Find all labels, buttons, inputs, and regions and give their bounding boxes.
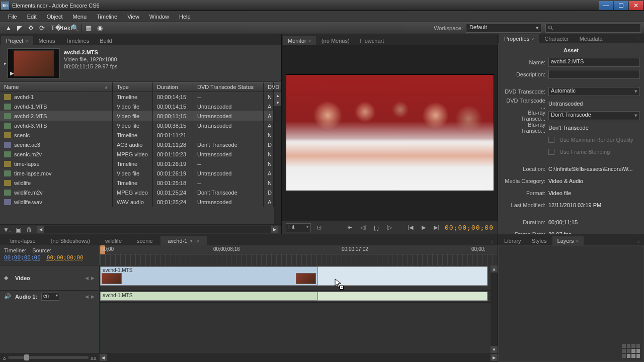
menu-edit[interactable]: Edit [22, 12, 42, 21]
tab-build[interactable]: Build [95, 36, 117, 45]
tab-layers[interactable]: Layers× [552, 236, 584, 245]
video-clip[interactable]: avchd-1.MTS [100, 266, 317, 286]
step-back-icon[interactable]: ⇤ [345, 223, 355, 232]
menu-view[interactable]: View [122, 12, 144, 21]
frame-fwd-icon[interactable]: |▷ [384, 223, 394, 232]
menu-object[interactable]: Object [42, 12, 68, 21]
tltab-time-lapse[interactable]: time-lapse [3, 236, 43, 245]
track-nav-icon[interactable]: ◀ ▶ [85, 294, 95, 299]
col-dvd-status[interactable]: DVD Transcode Status [193, 82, 264, 92]
maximize-button[interactable]: ☐ [614, 1, 628, 10]
col-name[interactable]: Name▲ [0, 82, 113, 92]
asset-thumbnail[interactable]: ▶ [8, 48, 60, 78]
hscroll-track[interactable] [107, 354, 491, 361]
table-row[interactable]: avchd-2.MTSVideo file00;00;11;15Untransc… [0, 111, 281, 121]
tab-flowchart[interactable]: Flowchart [355, 36, 389, 45]
direct-select-tool-icon[interactable]: ◤ [14, 23, 25, 33]
table-row[interactable]: time-lapse.movVideo file00:01:26:19Untra… [0, 168, 281, 178]
hscroll-left-icon[interactable]: ◀ [37, 226, 44, 233]
tab-menus[interactable]: Menus [34, 36, 60, 45]
tab-metadata[interactable]: Metadata [575, 34, 608, 43]
prop-name-input[interactable]: avchd-2.MTS [548, 58, 640, 67]
hscroll-track[interactable] [44, 226, 271, 233]
menu-timeline[interactable]: Timeline [92, 12, 122, 21]
track-nav-icon[interactable]: ◀ ▶ [85, 276, 95, 281]
table-row[interactable]: scenic.ac3AC3 audio00;01;11;28Don't Tran… [0, 140, 281, 149]
prev-button[interactable]: |◀ [406, 223, 416, 232]
eye-icon[interactable]: ◆ [4, 275, 11, 282]
hscroll-right-icon[interactable]: ▶ [491, 354, 498, 361]
video-clip-empty[interactable] [317, 266, 488, 286]
scroll-down-icon[interactable]: ▼ [274, 99, 281, 106]
table-row[interactable]: avchd-1.MTSVideo file00;00;14;15Untransc… [0, 102, 281, 111]
play-icon[interactable]: ▶ [10, 70, 14, 76]
monitor-timecode[interactable]: 00;00;00;00 [445, 224, 494, 231]
tab-library[interactable]: Library [499, 236, 526, 245]
zoom-out-icon[interactable]: ▵ [3, 354, 6, 361]
tltab-avchd-1[interactable]: avchd-1▾× [160, 236, 206, 245]
speaker-icon[interactable]: 🔊 [4, 293, 11, 300]
audio-lang-dropdown[interactable]: en [41, 293, 59, 301]
frame-back-icon[interactable]: ◁| [358, 223, 368, 232]
panel-menu-icon[interactable]: ≡ [487, 236, 498, 245]
tltab-no-slideshows[interactable]: (no Slideshows) [44, 236, 97, 245]
expand-icon[interactable]: ▸ [4, 61, 7, 66]
prop-desc-input[interactable] [548, 70, 640, 79]
workspace-dropdown[interactable]: Default [466, 24, 541, 33]
table-row[interactable]: wildlife.m2vMPEG video00;01;25;24Don't T… [0, 188, 281, 197]
preview-tool-icon[interactable]: ◉ [94, 23, 105, 33]
tab-monitor[interactable]: Monitor× [283, 36, 316, 45]
zoom-tool-icon[interactable]: 🔍 [69, 23, 80, 33]
resize-grip-icon[interactable] [622, 344, 640, 358]
tab-timelines[interactable]: Timelines [61, 36, 95, 45]
zoom-in-icon[interactable]: ▵▵ [91, 354, 97, 361]
prop-bluray-transcode-dropdown[interactable]: Don't Transcode [548, 111, 640, 120]
panel-menu-icon[interactable]: ≡ [270, 36, 281, 45]
selection-tool-icon[interactable]: ▲ [3, 23, 14, 33]
vertical-text-tool-icon[interactable]: �text [58, 23, 69, 33]
table-row[interactable]: wildlife.wavWAV audio00;01;25;24Untransc… [0, 197, 281, 207]
hscroll-right-icon[interactable]: ▶ [271, 226, 278, 233]
tab-character[interactable]: Character [539, 34, 574, 43]
tab-no-menus[interactable]: (no Menus) [316, 36, 355, 45]
tab-properties[interactable]: Properties× [499, 34, 539, 43]
source-tc[interactable]: 00;00;00;00 [47, 254, 84, 261]
table-row[interactable]: time-lapseTimeline00:01:26:19--N [0, 159, 281, 168]
audio-clip[interactable]: avchd-1.MTS [100, 292, 317, 301]
menu-menu[interactable]: Menu [68, 12, 92, 21]
search-input[interactable] [545, 24, 641, 33]
tab-project[interactable]: Project× [1, 36, 33, 45]
timeline-vscroll[interactable]: ▲▼ [491, 265, 498, 353]
fit-dropdown[interactable]: Fit [286, 223, 311, 232]
audio-clip-empty[interactable] [317, 292, 488, 301]
hscroll-left-icon[interactable]: ◀ [100, 354, 107, 361]
trash-icon[interactable]: 🗑 [26, 226, 32, 233]
scroll-up-icon[interactable]: ▲ [274, 92, 281, 99]
minimize-button[interactable]: — [599, 1, 613, 10]
zoom-slider[interactable]: ▵ ▵▵ [0, 353, 100, 362]
close-button[interactable]: ✕ [629, 1, 643, 10]
new-item-icon[interactable]: ▣ [16, 226, 21, 233]
grid-vscroll[interactable]: ▲ ▼ [274, 92, 281, 224]
table-row[interactable]: avchd-3.MTSVideo file00;00;38;15Untransc… [0, 121, 281, 130]
edit-menu-tool-icon[interactable]: ▦ [83, 23, 94, 33]
col-duration[interactable]: Duration [153, 82, 193, 92]
col-type[interactable]: Type [113, 82, 153, 92]
rotate-tool-icon[interactable]: ⟳ [36, 23, 47, 33]
table-row[interactable]: scenicTimeline00:01:11:21--N [0, 130, 281, 140]
table-row[interactable]: avchd-1Timeline00;00;14;15--N [0, 92, 281, 102]
timeline-ruler[interactable]: 00;00 00;00;08;16 00;00;17;02 00;00; [100, 245, 498, 265]
play-button[interactable]: ▶ [419, 223, 429, 232]
col-dvd[interactable]: DVD [264, 82, 274, 92]
table-row[interactable]: scenic.m2vMPEG video00:01:10:23Untransco… [0, 149, 281, 159]
prop-dvd-transcode-dropdown[interactable]: Automatic [548, 87, 640, 96]
menu-file[interactable]: File [3, 12, 22, 21]
tab-styles[interactable]: Styles [527, 236, 552, 245]
table-row[interactable]: wildlifeTimeline00:01:25:18--N [0, 178, 281, 188]
menu-help[interactable]: Help [174, 12, 196, 21]
menu-window[interactable]: Window [144, 12, 174, 21]
panel-menu-icon[interactable]: ≡ [633, 34, 644, 43]
timeline-tc[interactable]: 00;00;00;00 [4, 254, 41, 261]
panel-menu-icon[interactable]: ≡ [633, 236, 644, 245]
marker-icon[interactable]: { } [371, 223, 381, 232]
